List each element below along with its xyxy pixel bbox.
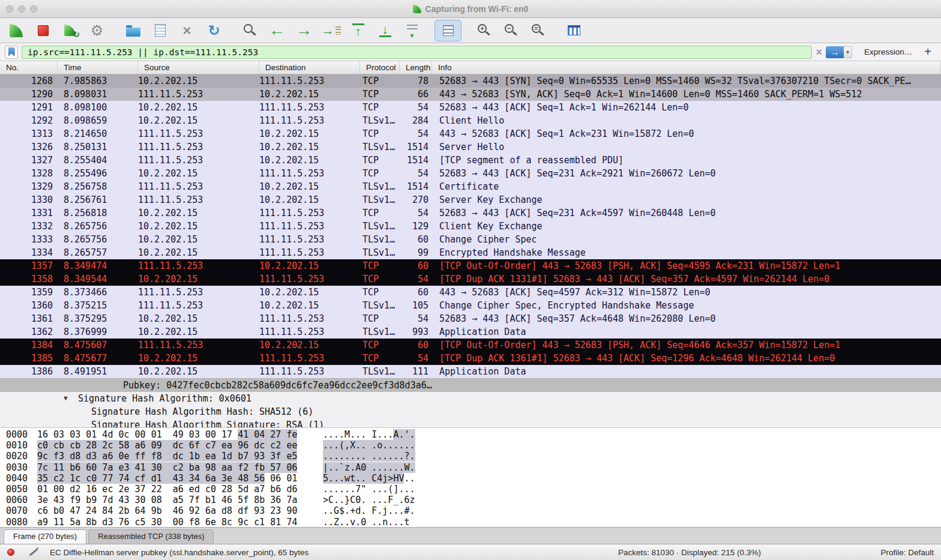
- cell-dst: 10.2.202.15: [259, 299, 360, 312]
- packet-row[interactable]: 13868.49195110.2.202.15111.11.5.253TLSv1…: [0, 365, 941, 378]
- auto-scroll-button[interactable]: [398, 20, 425, 41]
- byte-view-tab[interactable]: Frame (270 bytes): [4, 529, 86, 544]
- go-last-button[interactable]: [371, 20, 398, 41]
- cell-dst: 111.11.5.253: [259, 325, 360, 339]
- packet-row[interactable]: 12918.09810010.2.202.15111.11.5.253TCP54…: [0, 101, 941, 114]
- packet-row[interactable]: 13588.34954410.2.202.15111.11.5.253TCP54…: [0, 272, 941, 286]
- go-to-packet-button[interactable]: [317, 20, 344, 41]
- expander-icon[interactable]: ▼: [64, 392, 68, 405]
- hex-seg: a9 11 5a 8b d3 76 c5 30 00 f8 6e 8c 9c c…: [37, 517, 297, 528]
- packet-row[interactable]: 12908.098031111.11.5.25310.2.202.15TCP66…: [0, 88, 941, 101]
- detail-line[interactable]: Signature Hash Algorithm Signature: RSA …: [0, 418, 941, 427]
- packet-row[interactable]: 13348.26575710.2.202.15111.11.5.253TLSv1…: [0, 246, 941, 259]
- column-header-info[interactable]: Info: [432, 61, 941, 74]
- zoom-window-button[interactable]: [30, 5, 37, 13]
- hex-row[interactable]: 0080a9 11 5a 8b d3 76 c5 30 00 f8 6e 8c …: [0, 517, 941, 528]
- expression-button[interactable]: Expression…: [864, 47, 912, 56]
- capture-options-button[interactable]: [83, 20, 110, 41]
- cell-src: 10.2.202.15: [138, 233, 259, 246]
- colorize-button[interactable]: [434, 20, 461, 41]
- cell-src: 111.11.5.253: [138, 286, 259, 299]
- filter-apply-button[interactable]: →: [826, 46, 844, 58]
- column-header-time[interactable]: Time: [58, 61, 138, 74]
- reload-file-button[interactable]: [200, 20, 227, 41]
- packet-row[interactable]: 13618.37529510.2.202.15111.11.5.253TCP54…: [0, 312, 941, 325]
- hex-dump-pane[interactable]: 000016 03 03 01 4d 0c 00 01 49 03 00 17 …: [0, 427, 941, 527]
- packet-row[interactable]: 13598.373466111.11.5.25310.2.202.15TCP60…: [0, 286, 941, 299]
- edit-comment-icon[interactable]: [29, 549, 37, 556]
- status-profile[interactable]: Profile: Default: [880, 548, 934, 557]
- stop-capture-button[interactable]: [29, 20, 56, 41]
- cell-proto: TLSv1…: [360, 140, 400, 154]
- close-window-button[interactable]: [6, 5, 13, 13]
- zoom-out-button[interactable]: [498, 20, 525, 41]
- hex-row[interactable]: 0010c0 cb cb 28 2c 58 a6 09 dc 6f c7 ea …: [0, 440, 941, 451]
- packet-row[interactable]: 13848.475607111.11.5.25310.2.202.15TCP60…: [0, 339, 941, 352]
- packet-row[interactable]: 13628.37699910.2.202.15111.11.5.253TLSv1…: [0, 325, 941, 339]
- zoom-in-button[interactable]: [470, 20, 498, 41]
- resize-columns-button[interactable]: [561, 20, 588, 41]
- hex-row[interactable]: 00603e 43 f9 b9 7d 43 30 08 a5 7f b1 46 …: [0, 495, 941, 505]
- hex-row[interactable]: 00209c f3 d8 d3 a6 0e ff f8 dc 1b ea 1d …: [0, 451, 941, 462]
- detail-line[interactable]: Signature Hash Algorithm Hash: SHA512 (6…: [0, 405, 941, 418]
- packet-row[interactable]: 13578.349474111.11.5.25310.2.202.15TCP60…: [0, 259, 941, 272]
- packet-row[interactable]: 13318.25681810.2.202.15111.11.5.253TCP54…: [0, 206, 941, 220]
- cell-len: 60: [400, 339, 432, 352]
- cell-proto: TLSv1…: [360, 193, 400, 206]
- restart-capture-button[interactable]: [56, 20, 83, 41]
- add-filter-button[interactable]: +: [924, 45, 931, 59]
- hex-row[interactable]: 000016 03 03 01 4d 0c 00 01 49 03 00 17 …: [0, 429, 941, 440]
- go-back-button[interactable]: [263, 20, 290, 41]
- packet-row[interactable]: 13608.375215111.11.5.25310.2.202.15TLSv1…: [0, 299, 941, 312]
- go-forward-button[interactable]: [290, 20, 317, 41]
- display-filter-input[interactable]: ip.src==111.11.5.253 || ip.dst==111.11.5…: [22, 46, 812, 59]
- detail-line[interactable]: Pubkey: 0427fec0cbcb282c58a609dc6fc7ea96…: [0, 379, 941, 392]
- packet-row[interactable]: 13858.47567710.2.202.15111.11.5.253TCP54…: [0, 352, 941, 365]
- find-packet-button[interactable]: [236, 20, 263, 41]
- filter-clear-button[interactable]: ×: [816, 47, 822, 58]
- filter-bookmark-button[interactable]: [5, 46, 18, 59]
- column-header-destination[interactable]: Destination: [259, 61, 360, 74]
- filter-history-dropdown[interactable]: ▾: [844, 46, 852, 58]
- go-first-button[interactable]: [344, 20, 371, 41]
- cell-info: 443 → 52683 [ACK] Seq=1 Ack=231 Win=1587…: [432, 127, 941, 140]
- detail-line[interactable]: ▼Signature Hash Algorithm: 0x0601: [0, 392, 941, 405]
- hex-seg: 01 00 d2 16 ec 2e 37 22 a6 ed c0 28 5d a…: [37, 484, 297, 495]
- packet-row[interactable]: 13308.256761111.11.5.25310.2.202.15TLSv1…: [0, 193, 941, 206]
- packet-list[interactable]: 12687.98586310.2.202.15111.11.5.253TCP78…: [0, 74, 941, 378]
- packet-row[interactable]: 13328.26575610.2.202.15111.11.5.253TLSv1…: [0, 220, 941, 233]
- cell-dst: 10.2.202.15: [259, 88, 360, 101]
- packet-row[interactable]: 13138.214650111.11.5.25310.2.202.15TCP54…: [0, 127, 941, 140]
- cell-proto: TCP: [360, 259, 400, 272]
- cell-len: 54: [400, 101, 432, 114]
- packet-row[interactable]: 13298.256758111.11.5.25310.2.202.15TLSv1…: [0, 180, 941, 193]
- hex-seg: ..G$.+d. F.j...#.: [323, 505, 415, 516]
- packet-detail-pane[interactable]: Pubkey: 0427fec0cbcb282c58a609dc6fc7ea96…: [0, 378, 941, 427]
- byte-view-tab[interactable]: Reassembled TCP (338 bytes): [88, 529, 214, 544]
- hex-row[interactable]: 004035 c2 1c c0 77 74 cf d1 43 34 6a 3e …: [0, 473, 941, 484]
- open-file-button[interactable]: [119, 20, 146, 41]
- hex-row[interactable]: 005001 00 d2 16 ec 2e 37 22 a6 ed c0 28 …: [0, 484, 941, 495]
- capture-status-icon[interactable]: [7, 549, 14, 556]
- minimize-window-button[interactable]: [18, 5, 25, 13]
- byte-view-tabs: Frame (270 bytes)Reassembled TCP (338 by…: [0, 527, 941, 544]
- save-file-button[interactable]: [146, 20, 173, 41]
- zoom-reset-button[interactable]: [525, 20, 552, 41]
- packet-row[interactable]: 13288.25549610.2.202.15111.11.5.253TCP54…: [0, 167, 941, 180]
- packet-row[interactable]: 12928.09865910.2.202.15111.11.5.253TLSv1…: [0, 114, 941, 127]
- column-header-source[interactable]: Source: [138, 61, 259, 74]
- column-header-length[interactable]: Length: [400, 61, 432, 74]
- packet-row[interactable]: 13268.250131111.11.5.25310.2.202.15TLSv1…: [0, 140, 941, 154]
- cell-dst: 111.11.5.253: [259, 272, 360, 286]
- close-file-button[interactable]: [173, 20, 200, 41]
- column-header-no[interactable]: No.: [0, 61, 58, 74]
- hex-seg: 16 03 03 01 4d 0c 00 01 49 03 00 17: [37, 429, 238, 440]
- packet-row[interactable]: 13338.26575610.2.202.15111.11.5.253TLSv1…: [0, 233, 941, 246]
- cell-dst: 10.2.202.15: [259, 259, 360, 272]
- packet-row[interactable]: 13278.255404111.11.5.25310.2.202.15TCP15…: [0, 154, 941, 167]
- start-capture-button[interactable]: [2, 20, 29, 41]
- hex-row[interactable]: 00307c 11 b6 60 7a e3 41 30 c2 ba 98 aa …: [0, 462, 941, 473]
- hex-row[interactable]: 0070c6 b0 47 24 84 2b 64 9b 46 92 6a d8 …: [0, 505, 941, 516]
- column-header-protocol[interactable]: Protocol: [360, 61, 400, 74]
- packet-row[interactable]: 12687.98586310.2.202.15111.11.5.253TCP78…: [0, 74, 941, 88]
